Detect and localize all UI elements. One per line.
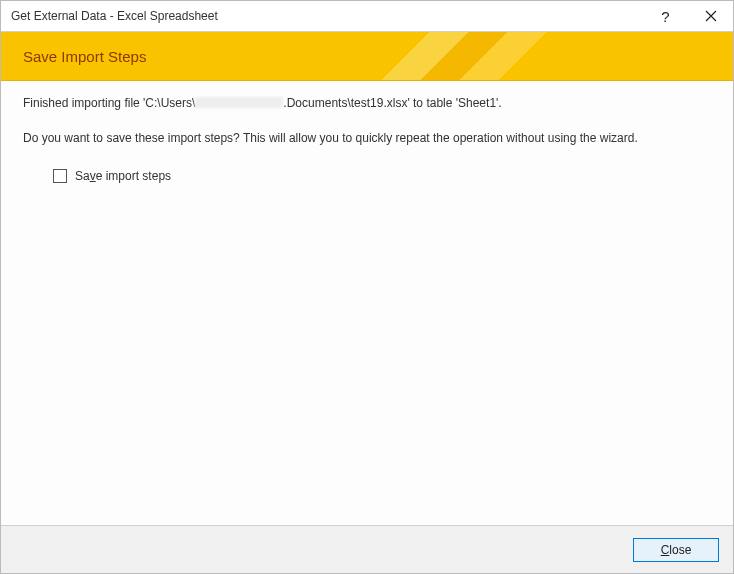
titlebar: Get External Data - Excel Spreadsheet ? (1, 1, 733, 32)
titlebar-buttons: ? (643, 1, 733, 31)
save-steps-checkbox[interactable] (53, 169, 67, 183)
finished-prefix: Finished importing file 'C:\Users\ (23, 96, 195, 110)
finished-message: Finished importing file 'C:\Users\.Docum… (23, 95, 711, 112)
window-title: Get External Data - Excel Spreadsheet (11, 9, 643, 23)
banner: Save Import Steps (1, 32, 733, 81)
footer: Close (1, 525, 733, 573)
save-steps-row: Save import steps (23, 169, 711, 183)
content-area: Finished importing file 'C:\Users\.Docum… (1, 81, 733, 525)
save-steps-label[interactable]: Save import steps (75, 169, 171, 183)
finished-suffix: .Documents\test19.xlsx' to table 'Sheet1… (283, 96, 501, 110)
banner-heading: Save Import Steps (23, 48, 146, 65)
close-icon (705, 10, 717, 22)
redacted-username (195, 97, 283, 108)
close-button[interactable]: Close (633, 538, 719, 562)
close-window-button[interactable] (688, 1, 733, 31)
help-button[interactable]: ? (643, 1, 688, 31)
prompt-message: Do you want to save these import steps? … (23, 130, 711, 147)
